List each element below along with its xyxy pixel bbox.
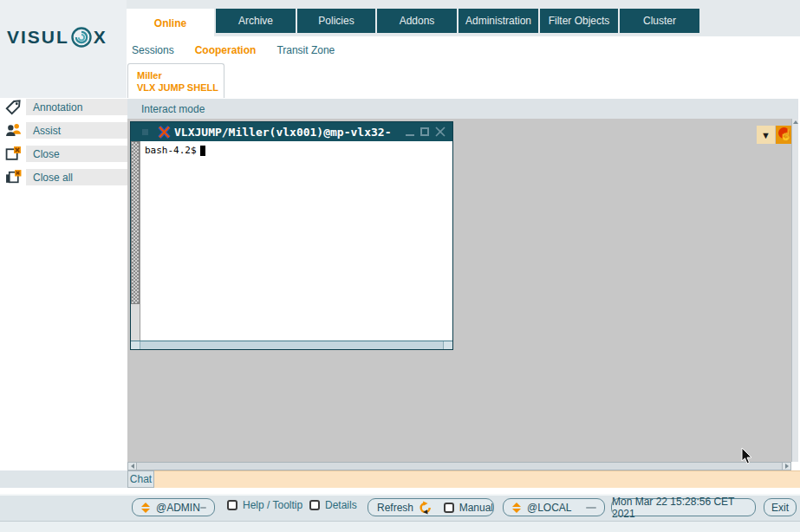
sidebar-item-annotation[interactable]: Annotation bbox=[26, 99, 127, 115]
terminal-hscroll-track[interactable] bbox=[140, 341, 443, 349]
terminal-vscrollbar[interactable] bbox=[131, 141, 140, 341]
scroll-left-button[interactable] bbox=[128, 463, 137, 470]
help-tooltip-checkbox[interactable] bbox=[227, 500, 237, 510]
terminal-window[interactable]: VLXJUMP/Miller(vlx001)@mp-vlx32- bash-4.… bbox=[130, 121, 453, 350]
session-tab-miller[interactable]: Miller VLX JUMP SHELL bbox=[127, 63, 224, 98]
maximize-icon[interactable] bbox=[420, 127, 429, 136]
window-controls bbox=[406, 127, 446, 137]
sidebar-label: Annotation bbox=[33, 101, 82, 114]
logo-text-right: X bbox=[94, 27, 107, 48]
sidebar-label: Close bbox=[33, 148, 60, 160]
dropdown-dash-icon bbox=[200, 507, 206, 509]
exit-button[interactable]: Exit bbox=[764, 498, 797, 516]
window-menu-icon[interactable] bbox=[142, 129, 148, 135]
terminal-vscrollbar-thumb[interactable] bbox=[131, 141, 140, 304]
refresh-group: Refresh Manual bbox=[367, 498, 494, 516]
terminal-prompt: bash-4.2$ bbox=[145, 145, 197, 156]
help-tooltip-label: Help / Tooltip bbox=[243, 499, 302, 511]
mouse-cursor bbox=[741, 447, 753, 465]
chevron-down-icon: ▼ bbox=[761, 130, 771, 140]
main-vscrollbar[interactable] bbox=[791, 119, 798, 462]
terminal-body[interactable]: bash-4.2$ bbox=[131, 141, 452, 341]
admin-dropdown-button[interactable]: @ADMIN bbox=[132, 498, 215, 516]
terminal-cursor bbox=[200, 146, 205, 156]
subnav-cooperation[interactable]: Cooperation bbox=[195, 44, 257, 56]
exit-label: Exit bbox=[771, 502, 789, 514]
updown-arrows-icon bbox=[512, 503, 521, 513]
logo-vortex-icon bbox=[70, 26, 93, 49]
dropdown-dash-icon bbox=[586, 507, 596, 509]
updown-arrows-icon bbox=[141, 503, 150, 513]
details-label: Details bbox=[325, 499, 357, 511]
sidebar-item-close[interactable]: Close bbox=[26, 146, 127, 162]
sidebar-label: Assist bbox=[33, 125, 61, 137]
terminal-prompt-line: bash-4.2$ bbox=[145, 145, 205, 156]
subnav: Sessions Cooperation Transit Zone bbox=[132, 44, 335, 56]
sidebar-item-close-all[interactable]: Close all bbox=[26, 169, 127, 185]
refresh-label[interactable]: Refresh bbox=[377, 502, 413, 514]
annotation-tag-icon bbox=[5, 99, 22, 115]
chat-input[interactable] bbox=[154, 470, 800, 488]
tab-archive[interactable]: Archive bbox=[216, 9, 296, 33]
minimize-icon[interactable] bbox=[406, 134, 414, 136]
details-row: Details bbox=[309, 499, 357, 511]
terminal-hscroll-right-cap[interactable] bbox=[443, 341, 452, 349]
close-icon[interactable] bbox=[435, 127, 446, 137]
sidebar-item-assist[interactable]: Assist bbox=[26, 122, 127, 139]
x11-icon bbox=[158, 126, 171, 139]
details-checkbox[interactable] bbox=[309, 500, 320, 510]
scroll-up-icon[interactable] bbox=[793, 120, 798, 124]
subnav-transit-zone[interactable]: Transit Zone bbox=[276, 44, 335, 56]
terminal-hscrollbar[interactable] bbox=[131, 341, 452, 349]
tab-online[interactable]: Online bbox=[127, 9, 214, 38]
logo-block bbox=[0, 0, 127, 98]
session-name: VLX JUMP SHELL bbox=[137, 81, 224, 94]
subnav-sessions[interactable]: Sessions bbox=[132, 44, 174, 56]
admin-label: @ADMIN bbox=[156, 502, 200, 514]
session-user: Miller bbox=[137, 69, 224, 81]
help-tooltip-row: Help / Tooltip bbox=[227, 499, 302, 511]
local-dropdown-button[interactable]: @LOCAL bbox=[503, 498, 605, 516]
interact-mode-bar: Interact mode bbox=[127, 99, 798, 119]
main-nav-tabs: Online Archive Policies Addons Administr… bbox=[127, 9, 699, 38]
terminal-hscroll-left-cap[interactable] bbox=[131, 341, 140, 349]
close-all-windows-icon bbox=[5, 169, 22, 185]
scroll-right-button[interactable] bbox=[782, 463, 790, 470]
logo-text-left: VISUL bbox=[7, 27, 69, 48]
scroll-right-icon bbox=[785, 464, 789, 469]
scroll-left-icon bbox=[131, 464, 134, 469]
tab-addons[interactable]: Addons bbox=[377, 9, 457, 33]
visulox-logo: VISUL X bbox=[7, 26, 107, 49]
terminal-title: VLXJUMP/Miller(vlx001)@mp-vlx32- bbox=[174, 126, 391, 139]
local-label: @LOCAL bbox=[527, 502, 572, 514]
terminal-titlebar[interactable]: VLXJUMP/Miller(vlx001)@mp-vlx32- bbox=[131, 122, 452, 141]
tab-filter-objects[interactable]: Filter Objects bbox=[540, 9, 618, 33]
interact-mode-label: Interact mode bbox=[141, 103, 205, 115]
tab-administration[interactable]: Administration bbox=[459, 9, 538, 33]
close-window-icon bbox=[5, 146, 22, 162]
main-hscrollbar[interactable] bbox=[127, 462, 791, 470]
interact-hand-button[interactable]: ☝ bbox=[776, 126, 793, 144]
tab-policies[interactable]: Policies bbox=[297, 9, 375, 33]
chat-label-text: Chat bbox=[130, 473, 152, 485]
manual-checkbox[interactable] bbox=[444, 503, 453, 513]
bottom-strip bbox=[0, 521, 800, 532]
timestamp-text: Mon Mar 22 15:28:56 CET 2021 bbox=[612, 496, 755, 520]
viewer-dropdown-button[interactable]: ▼ bbox=[757, 126, 775, 144]
visulox-app: { "logo": { "left": "VISUL", "right": "X… bbox=[0, 0, 800, 532]
tab-cluster[interactable]: Cluster bbox=[620, 9, 699, 33]
timestamp-display: Mon Mar 22 15:28:56 CET 2021 bbox=[611, 498, 756, 516]
chat-label: Chat bbox=[127, 470, 154, 488]
refresh-icon[interactable] bbox=[419, 501, 432, 515]
assist-users-icon bbox=[5, 122, 22, 139]
manual-label: Manual bbox=[459, 502, 493, 514]
sidebar-label: Close all bbox=[33, 172, 73, 184]
